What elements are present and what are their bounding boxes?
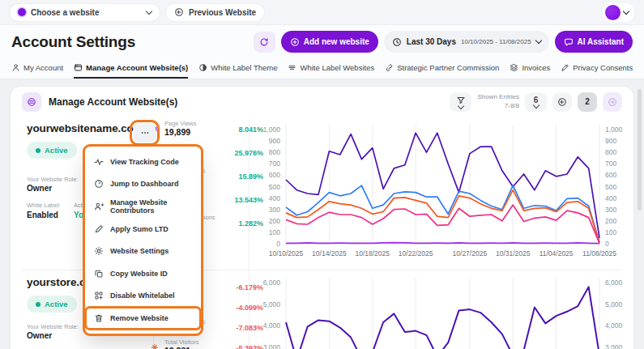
svg-text:0: 0 [276,240,280,248]
svg-text:11/04/2025: 11/04/2025 [540,249,574,257]
menu-item-website-settings[interactable]: Website Settings [85,240,201,262]
chat-icon [564,37,574,47]
ai-assistant-button[interactable]: AI Assistant [555,31,633,53]
svg-text:10/27/2025: 10/27/2025 [453,249,488,257]
menu-item-label: Website Settings [110,247,168,255]
svg-text:11/08/2025: 11/08/2025 [582,249,616,257]
svg-text:6,000: 6,000 [263,279,281,287]
svg-text:10/14/2025: 10/14/2025 [312,249,347,257]
svg-text:0: 0 [605,240,609,248]
tab-white-label-websites[interactable]: White Label Websites [288,63,374,79]
link-icon [385,63,394,72]
tab-manage-account-website-s[interactable]: Manage Account Website(s) [74,63,188,79]
refresh-icon [259,37,269,47]
choose-website-dropdown[interactable]: Choose a website [10,4,160,21]
menu-item-view-tracking-code[interactable]: View Tracking Code [85,151,201,173]
svg-text:600: 600 [269,171,280,179]
pagination-next-button[interactable] [603,92,622,112]
contrast-icon [198,63,207,72]
stat-total-visitors: Total Visitors12,281-5.392% [164,337,263,349]
tab-strategic-partner-commission[interactable]: Strategic Partner Commission [385,63,499,79]
dashboard-icon [94,179,104,189]
svg-text:500: 500 [605,183,616,191]
analytics-chart-2: 6,0006,0005,0005,0004,0004,0003,0003,000 [250,276,638,349]
status-dot-icon [36,302,41,307]
tab-invoices[interactable]: Invoices [510,63,550,79]
range-dates: 10/10/2025 - 11/08/2025 [461,38,531,45]
svg-text:3,000: 3,000 [605,343,623,349]
shown-entries: Shown Entries 7-8/8 [477,93,519,110]
database-icon [27,97,36,107]
ai-assistant-label: AI Assistant [578,37,624,46]
role-label: Your Website Role: [27,323,79,330]
menu-item-apply-sumo-ltd[interactable]: Apply Sumo LTD [85,218,201,240]
svg-text:700: 700 [605,160,616,168]
gear-icon [94,246,104,256]
role-label: Your Website Role: [27,176,79,183]
tab-label: Invoices [522,63,550,72]
menu-item-manage-website-contributors[interactable]: Manage Website Contributors [85,195,201,218]
choose-website-label: Choose a website [31,8,99,17]
svg-text:5,000: 5,000 [605,300,623,309]
menu-item-label: Apply Sumo LTD [110,225,168,233]
analytics-chart-1: 0010010020020030030040040050050060060070… [250,117,638,272]
role-value: Owner [27,184,52,193]
svg-text:200: 200 [269,217,280,225]
svg-text:800: 800 [269,148,280,156]
svg-text:10/31/2025: 10/31/2025 [496,249,531,257]
ellipsis-icon [140,128,150,138]
white-label-label: White Label: [27,202,61,209]
status-dot-icon [36,148,41,153]
lines-icon [288,63,296,72]
chart-canvas: 0010010020020030030040040050050060060070… [250,117,638,272]
menu-item-label: Remove Website [110,314,168,322]
menu-item-remove-website[interactable]: Remove Website [85,307,201,330]
svg-text:300: 300 [605,206,616,214]
svg-text:200: 200 [605,217,616,225]
tab-privacy-consents[interactable]: Privacy Consents [561,63,633,79]
arrow-right-circle-icon [608,97,617,107]
range-label: Last 30 Days [407,37,456,46]
pagination-current-page[interactable]: 2 [578,92,597,112]
menu-item-copy-website-id[interactable]: Copy Website ID [85,262,201,285]
add-new-website-button[interactable]: Add new website [281,31,378,53]
copy-icon [94,269,104,279]
user-menu[interactable] [603,3,634,22]
tab-label: White Label Websites [300,63,374,72]
clock-icon [392,37,402,47]
date-range-picker[interactable]: Last 30 Days 10/10/2025 - 11/08/2025 [384,31,549,53]
refresh-button[interactable] [254,32,275,53]
svg-text:900: 900 [605,137,616,145]
tab-label: Manage Account Website(s) [86,63,188,72]
scrollbar-thumb[interactable] [638,89,642,211]
browser-icon [74,63,83,72]
chevron-down-icon [146,7,152,14]
card-icon-tile [22,92,41,112]
filter-button[interactable] [450,92,471,112]
previous-website-label: Previous Website [189,8,256,17]
previous-website-button[interactable]: Previous Website [166,4,264,21]
tab-white-label-theme[interactable]: White Label Theme [198,63,277,79]
svg-text:600: 600 [605,171,616,179]
svg-text:400: 400 [269,194,280,202]
svg-text:700: 700 [269,160,280,168]
menu-item-disable-whitelabel[interactable]: Disable Whitelabel [85,285,201,308]
tab-label: White Label Theme [211,63,277,72]
trash-icon [94,313,104,323]
svg-text:300: 300 [269,206,280,214]
tab-my-account[interactable]: My Account [11,63,63,79]
top-bar: Choose a website Previous Website [0,0,644,25]
svg-text:900: 900 [269,137,280,145]
svg-text:6,000: 6,000 [605,279,623,287]
pagination-prev-button[interactable] [552,92,572,112]
menu-item-jump-to-dashboard[interactable]: Jump to Dashboard [85,173,201,196]
card-header: Manage Account Website(s) Shown Entries … [11,87,633,117]
website-actions-menu-button[interactable] [134,124,156,142]
chart-canvas: 6,0006,0005,0005,0004,0004,0003,0003,000 [250,276,638,349]
plus-circle-icon [290,37,300,47]
user-icon [11,63,20,72]
shown-entries-label: Shown Entries [477,93,519,101]
svg-text:1,000: 1,000 [605,126,623,134]
avatar [605,5,621,20]
per-page-select[interactable]: 6 [525,92,547,112]
